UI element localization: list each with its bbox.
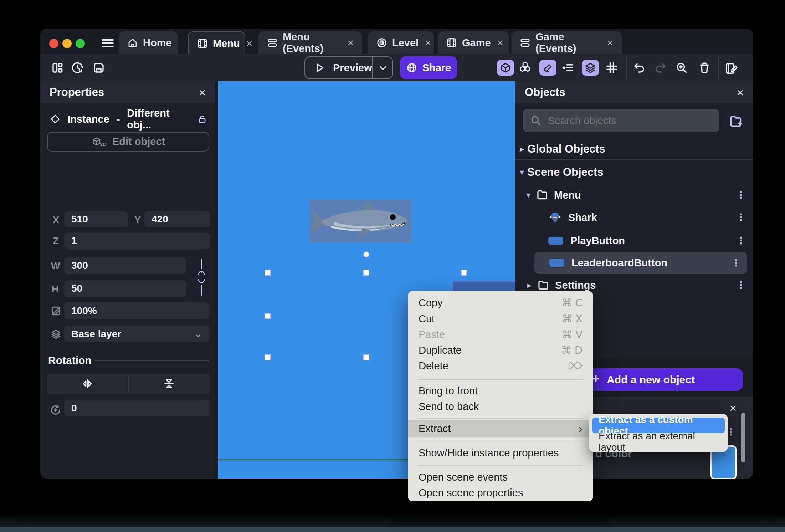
button-object-icon [549, 259, 564, 267]
menu-divider [418, 441, 583, 441]
zoom-in-icon[interactable] [675, 61, 688, 74]
caret-right-icon[interactable]: ▸ [517, 144, 527, 154]
preview-button[interactable]: Preview [304, 56, 393, 79]
menu-item-extract[interactable]: Extract › [408, 420, 593, 437]
save-icon[interactable] [92, 61, 105, 74]
rotation-section-title: Rotation [48, 354, 92, 367]
trash-icon[interactable] [698, 61, 711, 74]
add-object-folder-icon[interactable] [729, 114, 743, 128]
kebab-menu-icon[interactable]: ⋮ [736, 208, 746, 227]
h-input[interactable]: 50 [64, 280, 186, 297]
scene-objects-row[interactable]: ▾ Scene Objects [515, 164, 753, 180]
flip-vertical-button[interactable] [129, 378, 210, 390]
tab-game-events[interactable]: Game (Events) × [511, 31, 622, 54]
flip-horizontal-button[interactable] [47, 378, 128, 390]
rotate-handle[interactable] [363, 251, 369, 257]
detail-panel-scrollbar[interactable] [741, 413, 745, 462]
global-objects-row[interactable]: ▸ Global Objects [515, 141, 753, 157]
instance-object-name: Different obj... [127, 107, 190, 131]
menu-item-open-scene-properties[interactable]: Open scene properties [408, 485, 593, 501]
menu-item-copy[interactable]: Copy⌘ C [408, 295, 593, 311]
close-objects-icon[interactable]: × [737, 86, 744, 99]
share-button[interactable]: Share [400, 56, 457, 79]
kebab-menu-icon[interactable]: ⋮ [731, 254, 741, 272]
shark-sprite[interactable] [309, 199, 412, 242]
undo-icon[interactable] [633, 61, 646, 74]
w-input[interactable]: 300 [64, 257, 186, 274]
layer-select[interactable]: Base layer ⌄ [64, 326, 209, 342]
tree-row-leaderboardbutton[interactable]: LeaderboardButton ⋮ [534, 252, 747, 274]
zoom-window-button[interactable] [76, 39, 85, 48]
menu-item-cut[interactable]: Cut⌘ X [408, 311, 593, 327]
instance-list-icon[interactable] [561, 61, 574, 74]
rotation-input[interactable]: 0 [64, 400, 209, 416]
edit-mode-pencil-icon[interactable] [539, 60, 556, 76]
tab-label: Menu [213, 38, 240, 50]
tree-row-playbutton[interactable]: PlayButton ⋮ [548, 231, 753, 250]
opacity-input[interactable]: 100% [64, 302, 209, 319]
menu-item-open-scene-events[interactable]: Open scene events [408, 469, 593, 485]
z-input[interactable]: 1 [64, 233, 210, 249]
version-history-icon[interactable] [71, 61, 84, 74]
x-input[interactable]: 510 [64, 211, 128, 227]
close-tab-icon[interactable]: × [246, 37, 253, 50]
selection-handle-top-left[interactable] [265, 270, 271, 276]
kebab-menu-icon[interactable]: ⋮ [736, 276, 746, 295]
scene-editor-settings-icon[interactable] [725, 61, 738, 75]
add-new-object-button[interactable]: + Add a new object [583, 368, 743, 391]
caret-down-icon[interactable]: ▾ [517, 167, 527, 177]
kebab-menu-icon[interactable]: ⋮ [736, 186, 746, 204]
main-menu-icon[interactable] [102, 39, 114, 47]
scene-objects-label: Scene Objects [527, 166, 604, 179]
selection-handle-top-center[interactable] [363, 270, 369, 276]
edit-object-button[interactable]: 2D Edit object [47, 132, 209, 152]
cube-2d-icon: 2D [91, 137, 107, 147]
close-tab-icon[interactable]: × [607, 37, 613, 49]
preview-options-chevron-icon[interactable] [378, 63, 388, 73]
toolbar: Preview Share [40, 54, 753, 81]
selection-handle-top-right[interactable] [461, 270, 467, 276]
close-window-button[interactable] [49, 39, 58, 48]
close-properties-icon[interactable]: × [199, 86, 206, 99]
selection-handle-bottom-center[interactable] [363, 354, 369, 360]
close-detail-panel-icon[interactable]: × [729, 401, 737, 415]
menu-item-bring-to-front[interactable]: Bring to front [408, 383, 593, 399]
instances-blocks-icon[interactable] [518, 61, 532, 75]
submenu-item-extract-external-layout[interactable]: Extract as an external layout [592, 434, 725, 449]
layers-panel-icon[interactable] [582, 60, 599, 76]
menu-divider [418, 418, 583, 419]
tree-item-label: PlayButton [570, 235, 625, 247]
selection-handle-bottom-left[interactable] [265, 354, 271, 360]
selection-handle-mid-left[interactable] [265, 313, 271, 319]
menu-item-duplicate[interactable]: Duplicate⌘ D [408, 342, 593, 358]
link-dimensions-icon[interactable] [196, 257, 206, 297]
minimize-window-button[interactable] [62, 39, 72, 48]
caret-down-icon[interactable]: ▾ [526, 190, 530, 200]
menu-item-delete[interactable]: Delete⌦ [408, 358, 593, 374]
close-tab-icon[interactable]: × [425, 37, 431, 49]
menu-item-show-hide-instance-properties[interactable]: Show/Hide instance properties [408, 445, 593, 461]
tab-level[interactable]: Level × [368, 31, 434, 54]
caret-right-icon[interactable]: ▸ [527, 280, 532, 290]
menu-item-send-to-back[interactable]: Send to back [408, 399, 593, 414]
tab-game[interactable]: Game × [438, 31, 509, 54]
kebab-menu-icon[interactable]: ⋮ [736, 231, 746, 250]
close-tab-icon[interactable]: × [347, 37, 354, 49]
tab-menu-events[interactable]: Menu (Events) × [258, 31, 362, 54]
tree-row-shark[interactable]: Shark ⋮ [548, 208, 753, 227]
close-tab-icon[interactable]: × [497, 37, 504, 49]
panels-layout-icon[interactable] [51, 61, 64, 74]
search-objects-input[interactable] [548, 115, 712, 127]
tab-label: Game [462, 37, 491, 49]
object-mode-icon[interactable] [497, 60, 514, 76]
tree-row-menu-folder[interactable]: ▾ Menu ⋮ [526, 186, 753, 204]
tab-menu[interactable]: Menu × [188, 31, 245, 55]
grid-icon[interactable] [605, 61, 618, 74]
tab-home[interactable]: Home [119, 31, 178, 54]
unlock-icon[interactable] [197, 114, 207, 124]
y-input[interactable]: 420 [144, 211, 210, 227]
instance-diamond-icon [50, 114, 60, 124]
scene-icon [446, 37, 457, 48]
search-icon [530, 115, 542, 126]
search-objects-box[interactable] [523, 109, 719, 132]
